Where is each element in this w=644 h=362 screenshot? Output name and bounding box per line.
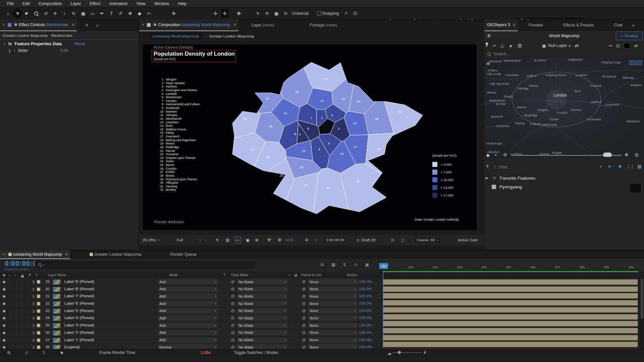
mode-dropdown[interactable]: Add∨ — [158, 286, 218, 292]
eye-column-icon[interactable]: ◉ — [3, 273, 6, 277]
map-library-icon[interactable]: ▦ — [637, 164, 642, 169]
twirl-down-icon[interactable]: ∨ — [3, 42, 6, 46]
layer-name[interactable]: Label '7' (Pinned) — [64, 294, 94, 298]
type-tool-icon[interactable]: T — [107, 9, 115, 18]
parent-pickwhip-icon[interactable]: @ — [302, 280, 306, 284]
twirl-icon[interactable]: ▶ — [486, 176, 488, 180]
stretch-value[interactable]: 100.0% — [359, 280, 372, 284]
layer-row-37[interactable]: ◉❯37Label '1' (Pinned)Add∨@No Matte∨@Non… — [0, 337, 382, 344]
track-matte-dropdown[interactable]: No Matte∨ — [237, 286, 288, 292]
view-dropdown[interactable]: Active Cam — [458, 235, 478, 245]
finalize-button[interactable]: ✓ Finalize — [616, 32, 643, 40]
snap-beyond-icon[interactable]: ↗ — [342, 9, 350, 18]
twirl-icon[interactable]: ❯ — [8, 49, 11, 53]
twirl-icon[interactable]: ❯ — [32, 331, 35, 335]
property-value[interactable]: 0.00 — [60, 48, 68, 53]
eye-icon[interactable]: ◉ — [3, 338, 6, 342]
track-matte-dropdown[interactable]: No Matte∨ — [237, 337, 288, 343]
pen-tool-icon[interactable]: ✒ — [98, 9, 106, 18]
parent-pickwhip-icon[interactable]: @ — [302, 330, 306, 335]
swap-icon[interactable]: ⇄ — [575, 43, 579, 48]
tab-layer[interactable]: Layer (none) — [249, 19, 277, 31]
add-feature-button[interactable]: + — [486, 163, 489, 170]
parent-pickwhip-icon[interactable]: @ — [302, 301, 306, 305]
mode-dropdown[interactable]: Add∨ — [158, 279, 218, 285]
label-color-chip[interactable] — [37, 309, 40, 313]
view-layout2-icon[interactable]: ◫ — [401, 235, 405, 245]
pan-camera-tool-icon[interactable]: ✛ — [51, 9, 59, 18]
snap-extend-icon[interactable]: ⊡ — [351, 9, 359, 18]
eraser-tool-icon[interactable]: ◆ — [136, 9, 144, 18]
snapping-checkbox[interactable] — [317, 11, 321, 15]
mask-visibility-icon[interactable]: ▣ — [246, 235, 250, 245]
crosshair-icon[interactable]: ⊕ — [486, 61, 490, 66]
favorite-features-row[interactable]: ▶ ☆ Favorite Features — [486, 175, 535, 181]
reset-link[interactable]: Reset — [74, 42, 85, 46]
fast-previews-dropdown[interactable]: ◇Draft 3D — [357, 235, 376, 245]
eye-icon[interactable]: ◉ — [3, 280, 6, 284]
diamond-icon[interactable]: ◆ — [486, 153, 489, 157]
tab-preview[interactable]: Preview — [526, 19, 546, 31]
twirl-icon[interactable]: ❯ — [32, 295, 35, 298]
layer-row-32[interactable]: ◉❯32Label '6' (Pinned)Add∨@No Matte∨@Non… — [0, 300, 382, 308]
layer-name[interactable]: Label '5' (Pinned) — [64, 309, 94, 313]
sync-icon[interactable]: ⇅ — [42, 350, 46, 355]
twirl-icon[interactable]: ❯ — [32, 346, 35, 349]
eye-icon[interactable]: ◉ — [3, 302, 6, 305]
exposure-value[interactable]: +0.0 — [285, 235, 293, 245]
locate-icon[interactable]: ◎ — [635, 152, 639, 157]
panel-menu-icon[interactable]: ≡ — [513, 22, 515, 27]
eye-icon[interactable]: ◉ — [3, 323, 6, 327]
layer-row-31[interactable]: ◉❯31Label '7' (Pinned)Add∨@No Matte∨@Non… — [0, 293, 382, 300]
clone-stamp-tool-icon[interactable]: ✥ — [126, 9, 134, 18]
layer-duration-bar-37[interactable] — [383, 335, 638, 341]
time-ruler[interactable]: 0s01s02s03s04s05s06s07s08s09s10s — [382, 258, 644, 272]
tab-tracker-partial[interactable]: Ir — [83, 19, 91, 31]
tab-character[interactable]: Char — [611, 19, 625, 31]
mode-dropdown[interactable]: Add∨ — [158, 293, 218, 299]
parent-link-dropdown[interactable]: None∨ — [308, 322, 358, 328]
feature-preview-swatch[interactable] — [630, 183, 641, 193]
tab-effect-controls[interactable]: × Effect Controls Westminster ≡ — [0, 19, 77, 31]
eye-icon[interactable]: ◉ — [3, 316, 6, 320]
list-icon[interactable]: ≣ — [487, 33, 491, 38]
renderer-dropdown[interactable]: Classic 3D∨ — [414, 236, 441, 244]
track-matte-dropdown[interactable]: No Matte∨ — [237, 293, 288, 299]
geodata-file-icon[interactable]: ▤ — [518, 43, 522, 48]
parent-link-dropdown[interactable]: None∨ — [308, 315, 358, 321]
gizmo-selection-icon[interactable]: ➤ — [252, 7, 263, 19]
zoom-out-icon[interactable]: ⊖ — [503, 152, 507, 157]
audio-column-icon[interactable]: ♪ — [9, 273, 10, 277]
menu-layer[interactable]: Layer — [66, 1, 85, 6]
zoom-tool-icon[interactable] — [32, 9, 40, 18]
eye-icon[interactable]: ◉ — [3, 345, 6, 349]
mode-dropdown[interactable]: Add∨ — [158, 322, 218, 328]
menu-effect[interactable]: Effect — [85, 1, 105, 6]
guides-icon[interactable]: ⊞ — [255, 235, 259, 245]
show-snapshot-icon[interactable]: ⊙ — [314, 235, 318, 245]
parent-pickwhip-icon[interactable]: @ — [302, 345, 306, 349]
shy-layers-icon[interactable]: ↯ — [343, 262, 346, 267]
mode-dropdown[interactable]: Add∨ — [158, 301, 218, 306]
geo-search-field[interactable]: Search... — [487, 52, 510, 56]
mode-header[interactable]: Mode — [169, 273, 178, 277]
matte-pickwhip-icon[interactable]: @ — [231, 323, 235, 327]
parent-pickwhip-icon[interactable]: @ — [302, 323, 306, 327]
frame-blend-icon[interactable]: ∿ — [354, 262, 358, 267]
slider-property-row[interactable]: ❯ ◔ Slider 0.00 — [8, 48, 68, 53]
track-matte-header[interactable]: Track Matte — [231, 273, 248, 277]
matte-pickwhip-icon[interactable]: @ — [231, 280, 235, 284]
parent-link-dropdown[interactable]: None∨ — [308, 286, 358, 292]
stretch-value[interactable]: 100.0% — [359, 330, 372, 335]
track-matte-dropdown[interactable]: No Matte∨ — [237, 315, 288, 321]
tab-geolayers[interactable]: GEOlayers 3 ≡ — [484, 19, 518, 31]
menu-view[interactable]: View — [132, 1, 150, 6]
t-header[interactable]: T — [223, 273, 225, 277]
panel-menu-icon[interactable]: ≡ — [233, 22, 236, 27]
channels-icon[interactable] — [267, 235, 271, 245]
layer-name[interactable]: Label '2' (Pinned) — [64, 330, 94, 335]
parent-pickwhip-icon[interactable]: @ — [302, 287, 306, 291]
stretch-value[interactable]: 100.0% — [359, 316, 372, 320]
layer-duration-bar-34[interactable] — [383, 314, 638, 320]
tab-composition[interactable]: × Composition containing World Mapcomp ≡ — [139, 19, 238, 31]
